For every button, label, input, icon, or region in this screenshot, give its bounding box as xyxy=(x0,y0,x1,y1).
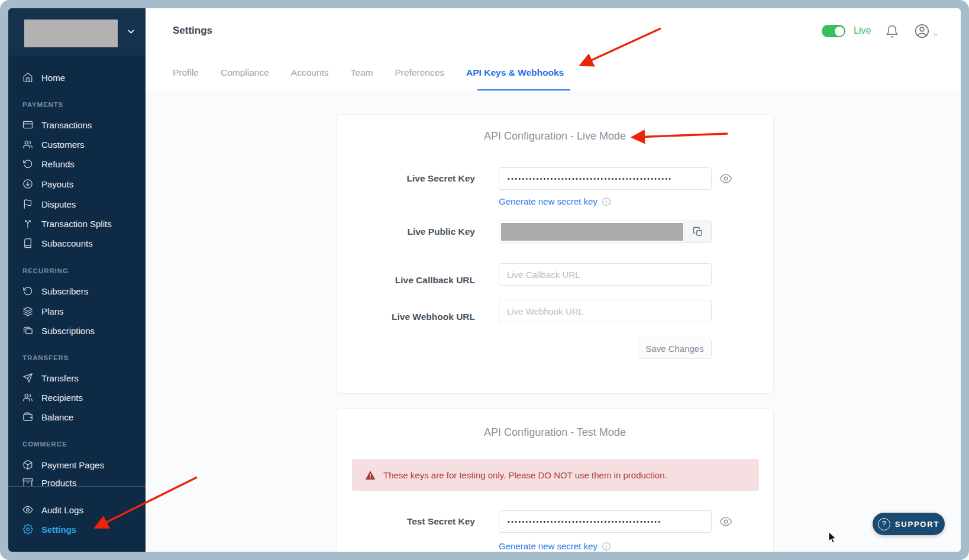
live-secret-key-field[interactable]: ••••••••••••••••••••••••••••••••••••••••… xyxy=(499,167,712,190)
sidebar-item-label: Transfers xyxy=(41,373,79,383)
live-webhook-url-input[interactable] xyxy=(499,300,712,322)
book-icon xyxy=(22,238,33,248)
sidebar-section-commerce: COMMERCE xyxy=(22,441,67,450)
save-changes-button[interactable]: Save Changes xyxy=(638,338,712,359)
archive-icon xyxy=(22,477,33,486)
sidebar-item-transfers[interactable]: Transfers xyxy=(22,371,79,385)
eye-icon xyxy=(22,504,33,515)
gear-icon xyxy=(22,524,33,535)
avatar-icon xyxy=(914,23,930,39)
tab-accounts[interactable]: Accounts xyxy=(291,67,329,78)
eye-icon xyxy=(719,515,732,528)
sidebar-item-transactions[interactable]: Transactions xyxy=(22,118,92,132)
sidebar-section-payments: PAYMENTS xyxy=(22,101,63,111)
api-config-live-card: API Configuration - Live Mode Live Secre… xyxy=(336,114,774,394)
sidebar-item-label: Home xyxy=(41,73,65,83)
reveal-live-secret-button[interactable] xyxy=(719,172,732,185)
settings-tabs-bar: Profile Compliance Accounts Team Prefere… xyxy=(146,54,961,91)
warning-text: These keys are for testing only. Please … xyxy=(383,470,667,480)
masked-secret-value: ••••••••••••••••••••••••••••••••••••••••… xyxy=(499,168,711,189)
sidebar-divider xyxy=(8,486,146,487)
users-icon xyxy=(22,139,33,150)
sidebar-item-balance[interactable]: Balance xyxy=(22,410,73,424)
wallet-icon xyxy=(22,412,33,422)
sidebar-item-audit-logs[interactable]: Audit Logs xyxy=(22,503,83,517)
tab-profile[interactable]: Profile xyxy=(173,67,199,78)
warning-triangle-icon xyxy=(365,470,376,480)
flag-icon xyxy=(22,199,33,209)
app-window: Home PAYMENTS Transactions Customers Ref… xyxy=(8,8,961,552)
bell-icon xyxy=(885,24,899,38)
users-icon xyxy=(22,392,33,403)
live-mode-toggle[interactable] xyxy=(822,25,845,37)
sidebar-item-label: Transactions xyxy=(41,120,92,130)
sidebar-item-settings[interactable]: Settings xyxy=(22,522,76,536)
layers-icon xyxy=(22,306,33,316)
chevron-down-icon xyxy=(126,27,136,37)
copy-public-key-button[interactable] xyxy=(684,221,711,242)
generate-link-label: Generate new secret key xyxy=(499,541,597,551)
home-icon xyxy=(22,72,33,83)
sidebar-item-label: Audit Logs xyxy=(41,505,83,515)
sidebar-item-customers[interactable]: Customers xyxy=(22,137,85,151)
sidebar-section-transfers: TRANSFERS xyxy=(22,354,69,364)
generate-live-secret-link[interactable]: Generate new secret key xyxy=(499,196,611,206)
arrow-down-circle-icon xyxy=(22,179,33,189)
topbar: Settings Live xyxy=(146,8,961,55)
live-public-key-label: Live Public Key xyxy=(337,226,475,237)
sidebar-item-label: Payment Pages xyxy=(41,460,104,470)
tab-preferences[interactable]: Preferences xyxy=(395,67,444,78)
sidebar-item-label: Subscribers xyxy=(41,286,88,296)
question-mark-icon: ? xyxy=(878,518,890,530)
tab-team[interactable]: Team xyxy=(351,67,373,78)
sidebar-item-refunds[interactable]: Refunds xyxy=(22,157,75,171)
sidebar-item-recipients[interactable]: Recipients xyxy=(22,390,83,404)
sidebar-item-label: Payouts xyxy=(41,179,73,189)
sidebar-item-label: Recipients xyxy=(41,393,83,403)
live-callback-url-label: Live Callback URL xyxy=(337,275,475,286)
sidebar-item-plans[interactable]: Plans xyxy=(22,304,64,318)
sidebar-item-products[interactable]: Products xyxy=(22,475,76,486)
sidebar-item-label: Disputes xyxy=(41,199,76,209)
sidebar-item-payouts[interactable]: Payouts xyxy=(22,177,73,191)
send-icon xyxy=(22,373,33,383)
sidebar-item-subscribers[interactable]: Subscribers xyxy=(22,284,88,298)
live-card-title: API Configuration - Live Mode xyxy=(337,130,773,143)
tab-compliance[interactable]: Compliance xyxy=(221,67,269,78)
generate-link-label: Generate new secret key xyxy=(499,196,597,206)
sidebar-item-payment-pages[interactable]: Payment Pages xyxy=(22,458,104,472)
support-button[interactable]: ? SUPPORT xyxy=(873,513,945,535)
page-title: Settings xyxy=(173,25,212,37)
test-secret-key-field[interactable]: ••••••••••••••••••••••••••••••••••••••••… xyxy=(499,510,712,533)
sidebar-item-subscriptions[interactable]: Subscriptions xyxy=(22,323,95,338)
notifications-button[interactable] xyxy=(885,24,899,38)
caret-down-icon xyxy=(932,30,939,36)
support-label: SUPPORT xyxy=(895,520,939,529)
live-callback-url-input[interactable] xyxy=(499,263,712,286)
package-icon xyxy=(22,459,33,470)
sidebar-item-label: Products xyxy=(41,478,76,487)
sidebar-nav: Home PAYMENTS Transactions Customers Ref… xyxy=(8,56,146,486)
eye-icon xyxy=(719,172,732,185)
generate-test-secret-link[interactable]: Generate new secret key xyxy=(499,541,611,551)
account-menu-button[interactable] xyxy=(914,23,930,39)
reveal-test-secret-button[interactable] xyxy=(719,515,732,528)
info-icon xyxy=(602,542,611,551)
tabs: Profile Compliance Accounts Team Prefere… xyxy=(173,54,564,90)
sidebar-item-transaction-splits[interactable]: Transaction Splits xyxy=(22,216,112,231)
account-switcher[interactable] xyxy=(8,8,146,56)
copy-icon xyxy=(693,226,703,237)
merchant-logo-redacted xyxy=(24,20,118,47)
live-public-key-field xyxy=(499,221,712,243)
sidebar-item-label: Plans xyxy=(41,306,64,316)
sidebar-item-disputes[interactable]: Disputes xyxy=(22,197,76,211)
live-webhook-url-label: Live Webhook URL xyxy=(337,312,475,322)
sidebar-item-subaccounts[interactable]: Subaccounts xyxy=(22,236,93,250)
sidebar: Home PAYMENTS Transactions Customers Ref… xyxy=(8,8,146,552)
window-frame: Home PAYMENTS Transactions Customers Ref… xyxy=(0,0,969,560)
sidebar-section-recurring: RECURRING xyxy=(22,267,69,277)
live-secret-key-label: Live Secret Key xyxy=(337,173,475,184)
sidebar-item-home[interactable]: Home xyxy=(22,70,65,85)
stacked-cards-icon xyxy=(22,325,33,336)
tab-api-keys-webhooks[interactable]: API Keys & Webhooks xyxy=(466,67,564,78)
